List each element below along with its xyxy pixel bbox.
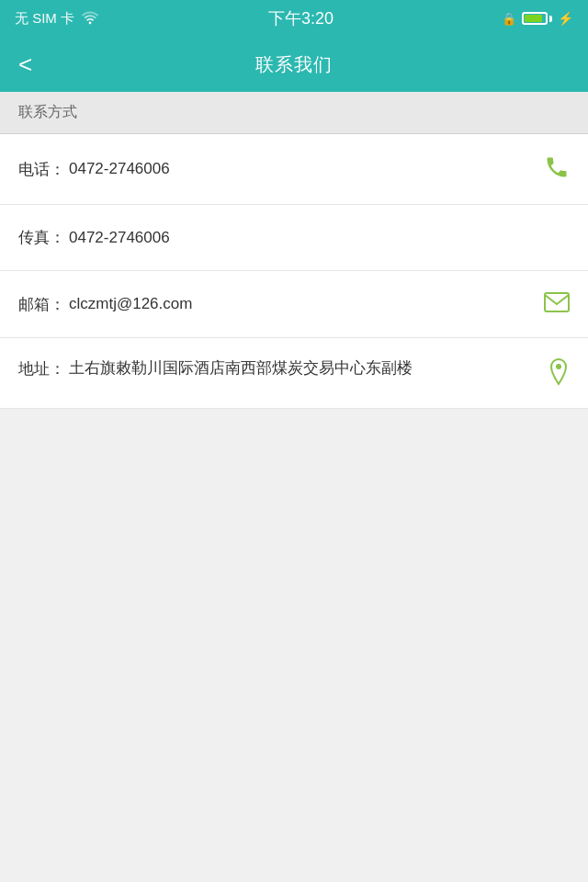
contact-item-address[interactable]: 地址： 土右旗敕勒川国际酒店南西部煤炭交易中心东副楼: [0, 338, 588, 409]
page-title: 联系我们: [255, 52, 333, 77]
section-header-label: 联系方式: [18, 104, 77, 119]
contact-value-email: clczmtj@126.com: [69, 292, 529, 316]
status-bar: 无 SIM 卡 下午3:20 🔒 ⚡: [0, 0, 588, 37]
wifi-icon: [80, 9, 100, 28]
status-time: 下午3:20: [268, 7, 334, 29]
contact-label-address: 地址：: [18, 356, 69, 379]
email-icon: [544, 291, 570, 317]
back-button[interactable]: <: [18, 52, 32, 76]
section-header: 联系方式: [0, 92, 588, 134]
carrier-text: 无 SIM 卡: [15, 10, 74, 28]
contact-label-phone: 电话：: [18, 159, 69, 180]
location-icon: [548, 356, 570, 390]
lock-icon: 🔒: [502, 12, 516, 26]
phone-icon: [544, 154, 570, 184]
status-left: 无 SIM 卡: [15, 9, 100, 28]
contact-value-phone: 0472-2746006: [69, 157, 529, 181]
battery-icon: [522, 12, 552, 25]
contact-label-email: 邮箱：: [18, 294, 69, 315]
contact-list: 电话： 0472-2746006 传真： 0472-2746006 邮箱： cl…: [0, 134, 588, 409]
contact-item-phone[interactable]: 电话： 0472-2746006: [0, 134, 588, 205]
svg-point-1: [556, 364, 561, 369]
contact-item-fax: 传真： 0472-2746006: [0, 205, 588, 271]
contact-item-email[interactable]: 邮箱： clczmtj@126.com: [0, 271, 588, 338]
svg-rect-0: [545, 293, 569, 311]
nav-bar: < 联系我们: [0, 37, 588, 92]
contact-value-address: 土右旗敕勒川国际酒店南西部煤炭交易中心东副楼: [69, 356, 533, 380]
contact-value-fax: 0472-2746006: [69, 226, 570, 250]
charging-icon: ⚡: [558, 11, 573, 26]
contact-label-fax: 传真：: [18, 227, 69, 248]
status-right: 🔒 ⚡: [502, 11, 573, 26]
